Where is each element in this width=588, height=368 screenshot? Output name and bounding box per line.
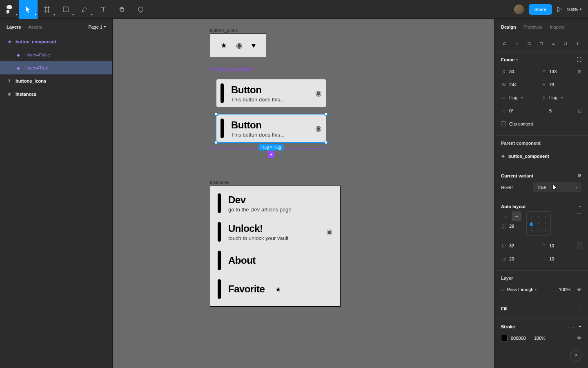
selection-handle[interactable] xyxy=(325,113,327,116)
direction-vertical-button[interactable]: ↓ xyxy=(501,211,511,221)
instance-title: Favorite xyxy=(228,283,265,295)
autolayout-settings-button[interactable]: ⋯ xyxy=(577,211,581,217)
frame-tool-button[interactable]: ▾ xyxy=(38,0,56,19)
align-bottom-button[interactable]: ⊔ xyxy=(560,38,571,48)
canvas-frame-icons[interactable]: ★ ◉ ♥ xyxy=(210,34,266,57)
padding-top-input[interactable]: 10 xyxy=(549,243,554,248)
selection-handle[interactable] xyxy=(325,141,327,144)
x-input[interactable]: 30 xyxy=(509,69,514,74)
pad-top-icon: ⊤ xyxy=(541,244,547,248)
comment-tool-button[interactable] xyxy=(131,0,150,19)
button-variant-false[interactable]: Button This button does this... ◉ xyxy=(216,79,326,107)
align-vcenter-button[interactable]: ⫠ xyxy=(548,38,559,48)
padding-left-input[interactable]: 32 xyxy=(509,243,514,248)
chevron-down-icon: ▾ xyxy=(16,13,18,16)
stroke-opacity-input[interactable]: 100% xyxy=(534,336,546,341)
accent-bar xyxy=(218,251,221,270)
inspect-tab[interactable]: Inspect xyxy=(550,25,564,29)
layer-row-component[interactable]: ❖ button_component xyxy=(0,35,112,48)
add-variant-button[interactable]: + xyxy=(268,151,274,158)
chevron-down-icon: ▾ xyxy=(72,13,74,16)
radius-input[interactable]: 5 xyxy=(549,108,552,113)
selection-handle[interactable] xyxy=(215,113,218,116)
independent-padding-button[interactable]: □ xyxy=(577,242,581,249)
canvas-component-frame[interactable]: Button This button does this... ◉ Button… xyxy=(210,73,332,149)
stroke-style-button[interactable]: ⋮⋮ xyxy=(566,324,575,329)
instance-row[interactable]: Favorite ★ xyxy=(218,279,333,299)
remove-autolayout-button[interactable]: − xyxy=(579,204,581,209)
parent-component-name: button_component xyxy=(508,154,549,159)
layer-row-frame[interactable]: ⫴ buttons_icons xyxy=(0,74,112,88)
add-fill-button[interactable]: + xyxy=(579,306,581,311)
instance-row[interactable]: Devgo to the Dev articles page xyxy=(218,193,333,213)
vresize-dropdown[interactable]: ↧Hug▾ xyxy=(541,95,563,100)
design-tab[interactable]: Design xyxy=(501,25,516,29)
w-input[interactable]: 244 xyxy=(509,82,517,87)
align-left-button[interactable]: ⊏ xyxy=(499,38,510,48)
independent-corners-button[interactable]: ⊡ xyxy=(578,108,581,114)
resize-to-fit-button[interactable]: ⛶ xyxy=(577,57,581,63)
variant-section: Current variant ⚙ Hover True ▾ xyxy=(494,168,588,199)
absolute-position-button[interactable]: ⊞ xyxy=(578,69,581,74)
help-button[interactable]: ? xyxy=(570,350,581,361)
hresize-dropdown[interactable]: ↦Hug▾ xyxy=(501,95,538,100)
play-icon xyxy=(557,7,562,12)
present-button[interactable] xyxy=(557,7,562,12)
component-icon: ❖ xyxy=(501,154,505,159)
opacity-input[interactable]: 100% xyxy=(559,287,570,292)
component-label[interactable]: ❖ button_component xyxy=(210,67,252,72)
frame-label[interactable]: buttons_icons xyxy=(210,28,238,33)
section-title: Frame xyxy=(501,57,514,62)
y-input[interactable]: 133 xyxy=(549,69,557,74)
checkbox-icon xyxy=(501,121,506,126)
layer-row-variant[interactable]: ◆ Hover=False xyxy=(0,48,112,61)
align-right-button[interactable]: ⊐ xyxy=(523,38,535,48)
prototype-tab[interactable]: Prototype xyxy=(523,25,543,29)
x-label: X xyxy=(501,70,507,74)
visibility-toggle[interactable]: 👁 xyxy=(577,287,581,292)
rotation-input[interactable]: 0° xyxy=(509,108,514,113)
blend-mode-dropdown[interactable]: Pass through ▾ xyxy=(507,287,537,292)
spacing-input[interactable]: 29 xyxy=(509,224,514,229)
stroke-color-input[interactable]: 000000 xyxy=(511,336,526,341)
canvas-instances-frame[interactable]: Devgo to the Dev articles page Unlock!to… xyxy=(210,186,341,307)
align-top-button[interactable]: ⊓ xyxy=(536,38,547,48)
shape-tool-button[interactable]: ▾ xyxy=(56,0,75,19)
pen-tool-button[interactable]: ▾ xyxy=(75,0,94,19)
padding-right-input[interactable]: 20 xyxy=(509,256,514,261)
padding-bottom-input[interactable]: 10 xyxy=(549,256,554,261)
add-stroke-button[interactable]: + xyxy=(579,324,581,329)
hand-tool-button[interactable] xyxy=(113,0,131,19)
alignment-grid[interactable] xyxy=(526,211,551,236)
section-title: Current variant xyxy=(501,173,533,178)
visibility-toggle[interactable]: 👁 xyxy=(577,336,581,341)
share-button[interactable]: Share xyxy=(529,4,552,15)
variant-value-dropdown[interactable]: True ▾ xyxy=(533,182,581,192)
figma-menu-button[interactable]: ▾ xyxy=(0,0,19,19)
layer-row-variant-selected[interactable]: ◆ Hover=True xyxy=(0,61,112,74)
clip-content-checkbox[interactable]: Clip content xyxy=(501,117,581,130)
text-tool-button[interactable]: T xyxy=(94,0,113,19)
align-hcenter-button[interactable]: ⫞ xyxy=(512,38,523,48)
instance-row[interactable]: About xyxy=(218,251,333,270)
layers-tab[interactable]: Layers xyxy=(7,25,21,29)
layer-row-frame[interactable]: # Instances xyxy=(0,88,112,101)
goto-parent-button[interactable]: ❖ button_component xyxy=(501,150,581,163)
frame-type-dropdown[interactable]: Frame ▾ xyxy=(501,57,518,62)
page-selector[interactable]: Page 1 ▾ xyxy=(88,25,106,29)
variant-settings-button[interactable]: ⚙ xyxy=(577,173,581,178)
button-title: Button xyxy=(231,84,285,96)
stroke-color-swatch[interactable] xyxy=(501,335,508,341)
instance-row[interactable]: Unlock!touch to unlock your vault ◉ xyxy=(218,222,333,242)
zoom-dropdown[interactable]: 100% ▾ xyxy=(567,7,581,12)
direction-horizontal-button[interactable]: → xyxy=(512,211,521,221)
assets-tab[interactable]: Assets xyxy=(28,25,42,29)
move-tool-button[interactable]: ▾ xyxy=(19,0,38,19)
button-variant-true-selected[interactable]: Button This button does this... ◉ Hug × … xyxy=(216,114,326,142)
distribute-button[interactable]: ⫵ xyxy=(572,38,583,48)
selection-handle[interactable] xyxy=(215,141,218,144)
canvas[interactable]: buttons_icons ★ ◉ ♥ ❖ button_component B… xyxy=(113,19,494,368)
frame-label[interactable]: Instances xyxy=(210,180,229,185)
user-avatar[interactable] xyxy=(514,4,524,14)
h-input[interactable]: 73 xyxy=(549,82,554,87)
